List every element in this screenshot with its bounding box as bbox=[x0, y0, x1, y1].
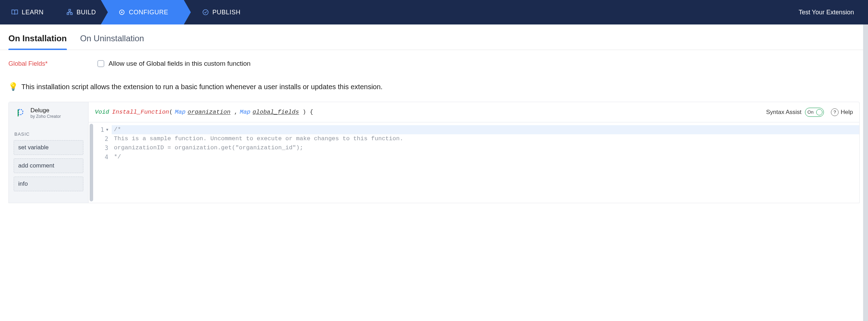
global-fields-label-text: Global Fields bbox=[8, 60, 45, 67]
syntax-assist: Syntax Assist On bbox=[766, 108, 824, 117]
sig-comma: , bbox=[230, 109, 237, 115]
code-line[interactable]: /* bbox=[112, 125, 859, 134]
sig-close: ) { bbox=[299, 109, 313, 115]
editor-sidebar: Deluge by Zoho Creator BASIC set variabl… bbox=[9, 102, 89, 203]
editor-brand-subtitle: by Zoho Creator bbox=[30, 114, 61, 119]
global-fields-checkbox[interactable] bbox=[97, 60, 104, 67]
global-fields-row: Global Fields* Allow use of Global field… bbox=[8, 60, 860, 67]
help-button[interactable]: ? Help bbox=[831, 108, 853, 116]
nav-tab-configure[interactable]: CONFIGURE bbox=[101, 0, 184, 24]
hint-row: 💡 This installation script allows the ex… bbox=[8, 82, 860, 91]
syntax-assist-toggle[interactable]: On bbox=[805, 108, 824, 117]
editor-brand-name: Deluge bbox=[30, 107, 61, 114]
page-vertical-scrollbar[interactable] bbox=[863, 24, 868, 203]
code-area[interactable]: 1▼ 2 3 4 /* This is a sample function. U… bbox=[89, 122, 859, 203]
sig-param-type: Map bbox=[240, 109, 251, 115]
subtab-label: On Uninstallation bbox=[80, 34, 144, 43]
deluge-logo-icon bbox=[14, 107, 26, 119]
nav-spacer bbox=[252, 0, 799, 24]
sig-param-type: Map bbox=[175, 109, 186, 115]
line-number: 3 bbox=[105, 143, 108, 152]
editor-header-right: Syntax Assist On ? Help bbox=[766, 108, 853, 117]
sig-function-name: Install_Function bbox=[112, 109, 169, 115]
code-line[interactable]: */ bbox=[112, 152, 859, 162]
blocks-icon bbox=[66, 9, 73, 16]
svg-point-5 bbox=[203, 10, 208, 15]
nav-tab-build[interactable]: BUILD bbox=[55, 0, 107, 24]
sig-open-paren: ( bbox=[169, 109, 173, 115]
snippet-info[interactable]: info bbox=[14, 177, 83, 191]
syntax-assist-label: Syntax Assist bbox=[766, 109, 801, 116]
top-nav: LEARN BUILD CONFIGURE PUBLISH Test Your … bbox=[0, 0, 868, 24]
svg-rect-2 bbox=[70, 13, 72, 15]
global-fields-checkbox-wrap[interactable]: Allow use of Global fields in this custo… bbox=[97, 60, 251, 67]
nav-tab-publish[interactable]: PUBLISH bbox=[184, 0, 252, 24]
code-editor: Deluge by Zoho Creator BASIC set variabl… bbox=[8, 102, 860, 203]
function-signature: Void Install_Function ( Map organization… bbox=[89, 102, 859, 122]
subtab-label: On Installation bbox=[8, 34, 67, 43]
nav-tab-learn[interactable]: LEARN bbox=[0, 0, 55, 24]
code-content[interactable]: /* This is a sample function. Uncomment … bbox=[112, 122, 859, 203]
test-extension-link[interactable]: Test Your Extension bbox=[799, 0, 854, 24]
top-nav-items: LEARN BUILD CONFIGURE PUBLISH bbox=[0, 0, 252, 24]
sig-return-type: Void bbox=[95, 109, 109, 115]
test-extension-label: Test Your Extension bbox=[799, 9, 854, 16]
required-marker: * bbox=[45, 60, 48, 67]
subtabs: On Installation On Uninstallation bbox=[0, 24, 868, 50]
page-body: Global Fields* Allow use of Global field… bbox=[0, 50, 868, 203]
question-circle-icon: ? bbox=[831, 108, 839, 116]
svg-point-4 bbox=[121, 12, 123, 13]
line-number: 4 bbox=[105, 152, 108, 162]
editor-brand: Deluge by Zoho Creator bbox=[9, 102, 88, 124]
snippet-category: BASIC bbox=[9, 124, 88, 140]
line-number: 1 bbox=[100, 125, 104, 134]
snippet-set-variable[interactable]: set variable bbox=[14, 140, 83, 155]
snippet-list: set variable add comment info bbox=[9, 140, 88, 191]
line-number: 2 bbox=[105, 134, 108, 143]
toggle-state-label: On bbox=[807, 109, 813, 115]
svg-rect-0 bbox=[69, 9, 70, 11]
subtab-on-uninstallation[interactable]: On Uninstallation bbox=[80, 34, 144, 50]
code-line[interactable]: organizationID = organization.get("organ… bbox=[112, 143, 859, 152]
nav-tab-label: CONFIGURE bbox=[129, 9, 168, 16]
book-icon bbox=[11, 9, 18, 16]
hint-text: This installation script allows the exte… bbox=[21, 83, 383, 91]
snippet-add-comment[interactable]: add comment bbox=[14, 158, 83, 173]
help-label: Help bbox=[841, 109, 853, 116]
code-line[interactable]: This is a sample function. Uncomment to … bbox=[112, 134, 859, 143]
nav-tab-label: BUILD bbox=[77, 9, 96, 16]
line-gutter: 1▼ 2 3 4 bbox=[94, 122, 112, 203]
subtab-on-installation[interactable]: On Installation bbox=[8, 34, 67, 50]
toggle-knob bbox=[816, 109, 822, 115]
sig-param-name: global_fields bbox=[252, 109, 299, 115]
nav-tab-label: PUBLISH bbox=[213, 9, 241, 16]
check-circle-icon bbox=[202, 9, 209, 16]
svg-rect-1 bbox=[67, 13, 69, 15]
sig-param-name: organization bbox=[188, 109, 230, 115]
editor-vertical-scrollbar[interactable] bbox=[90, 124, 93, 201]
target-icon bbox=[118, 9, 125, 16]
global-fields-checkbox-label: Allow use of Global fields in this custo… bbox=[109, 60, 251, 67]
global-fields-label: Global Fields* bbox=[8, 60, 48, 67]
editor-main: Void Install_Function ( Map organization… bbox=[89, 102, 859, 203]
fold-down-icon[interactable]: ▼ bbox=[106, 125, 108, 134]
nav-tab-label: LEARN bbox=[22, 9, 44, 16]
lightbulb-icon: 💡 bbox=[8, 82, 18, 91]
